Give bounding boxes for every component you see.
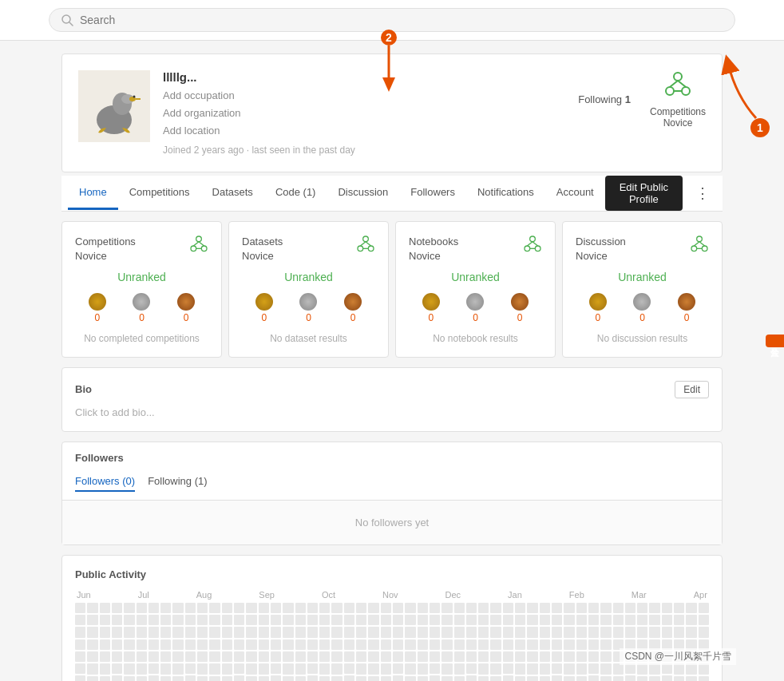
activity-cell — [246, 615, 256, 625]
activity-cell — [100, 651, 110, 662]
tab-competitions[interactable]: Competitions — [118, 176, 201, 210]
activity-cell — [319, 663, 330, 674]
activity-column — [552, 603, 562, 681]
notebooks-card-header: NotebooksNovice — [409, 235, 542, 263]
activity-column — [625, 603, 636, 681]
activity-cell — [75, 663, 85, 674]
activity-cell — [246, 627, 256, 637]
activity-column — [405, 603, 415, 681]
activity-cell — [295, 603, 306, 613]
main-content: lllllg... Add occupation Add organizatio… — [49, 53, 735, 681]
competitions-novice-badge: CompetitionsNovice — [650, 70, 706, 129]
activity-column — [637, 603, 647, 681]
activity-column — [540, 603, 550, 681]
edit-profile-button[interactable]: Edit Public Profile — [605, 176, 683, 211]
tab-datasets[interactable]: Datasets — [201, 176, 264, 210]
search-input[interactable] — [80, 14, 723, 26]
activity-cell — [674, 663, 684, 674]
activity-cell — [515, 676, 525, 681]
activity-cell — [418, 651, 428, 662]
activity-cell — [466, 627, 477, 637]
tab-followers[interactable]: Followers — [399, 176, 466, 210]
competitions-icon — [650, 70, 706, 103]
activity-cell — [75, 615, 85, 625]
activity-cell — [197, 639, 208, 650]
tab-home[interactable]: Home — [68, 176, 118, 210]
activity-cell — [490, 639, 501, 650]
activity-cell — [393, 615, 403, 625]
tab-discussion[interactable]: Discussion — [327, 176, 399, 210]
tab-notifications[interactable]: Notifications — [466, 176, 545, 210]
tab-code[interactable]: Code (1) — [264, 176, 327, 210]
more-options-button[interactable]: ⋮ — [689, 181, 716, 205]
svg-point-9 — [674, 73, 682, 81]
competitions-rank: Unranked — [75, 271, 208, 283]
add-organization-link[interactable]: Add organization — [163, 105, 565, 122]
svg-text:1: 1 — [757, 121, 763, 134]
activity-cell — [331, 676, 342, 681]
discussion-silver-count: 0 — [639, 312, 645, 323]
activity-cell — [259, 676, 269, 681]
activity-cell — [234, 675, 244, 681]
activity-cell — [344, 675, 354, 681]
activity-cell — [100, 676, 110, 681]
discussion-card-header: DiscussionNovice — [576, 235, 709, 263]
activity-cell — [87, 615, 97, 625]
discussion-medals: 0 0 0 — [576, 293, 709, 323]
activity-cell — [662, 663, 672, 674]
activity-column — [686, 603, 696, 681]
activity-cell — [588, 627, 599, 637]
activity-cell — [160, 603, 171, 613]
activity-cell — [393, 639, 403, 650]
activity-cell — [552, 615, 562, 625]
activity-cell — [552, 663, 562, 674]
followers-tabs: Followers (0) Following (1) — [75, 464, 709, 500]
activity-cell — [662, 627, 672, 637]
activity-cell — [319, 627, 330, 637]
activity-cell — [490, 651, 501, 662]
activity-cell — [197, 651, 208, 662]
activity-cell — [368, 615, 378, 625]
activity-cell — [588, 651, 599, 662]
activity-cell — [490, 603, 501, 613]
activity-cell — [588, 675, 599, 681]
activity-cell — [172, 627, 183, 637]
activity-cell — [625, 615, 636, 625]
followers-tab-following[interactable]: Following (1) — [148, 472, 207, 492]
activity-column — [160, 603, 171, 681]
tabs-container: Home Competitions Datasets Code (1) Disc… — [61, 176, 723, 212]
activity-cell — [418, 663, 428, 674]
side-panel[interactable]: 关注公众号 — [766, 335, 784, 347]
activity-cell — [454, 639, 465, 650]
add-location-link[interactable]: Add location — [163, 122, 565, 140]
activity-column — [197, 603, 208, 681]
activity-cell — [393, 675, 403, 681]
svg-line-29 — [366, 242, 371, 246]
activity-cell — [637, 603, 647, 613]
activity-cell — [124, 651, 134, 662]
activity-cell — [625, 603, 636, 613]
activity-column — [246, 603, 256, 681]
activity-cell — [478, 615, 489, 625]
activity-cell — [430, 615, 440, 625]
activity-cell — [75, 675, 85, 681]
activity-cell — [381, 639, 391, 650]
bio-section: Bio Edit Click to add bio... — [61, 367, 723, 432]
activity-cell — [454, 651, 465, 662]
activity-cell — [209, 651, 220, 662]
bio-edit-button[interactable]: Edit — [675, 381, 709, 398]
add-occupation-link[interactable]: Add occupation — [163, 87, 565, 105]
following-count: 1 — [625, 93, 631, 105]
activity-cell — [100, 639, 110, 650]
activity-cell — [478, 663, 489, 674]
activity-cell — [197, 603, 208, 613]
activity-cell — [331, 651, 342, 662]
followers-tab-followers[interactable]: Followers (0) — [75, 472, 135, 492]
tab-account[interactable]: Account — [545, 176, 605, 210]
bio-placeholder[interactable]: Click to add bio... — [75, 406, 709, 418]
activity-cell — [160, 615, 171, 625]
activity-cell — [478, 651, 489, 662]
activity-cell — [418, 615, 428, 625]
profile-card-wrapper: lllllg... Add occupation Add organizatio… — [61, 53, 723, 172]
activity-cell — [588, 615, 599, 625]
